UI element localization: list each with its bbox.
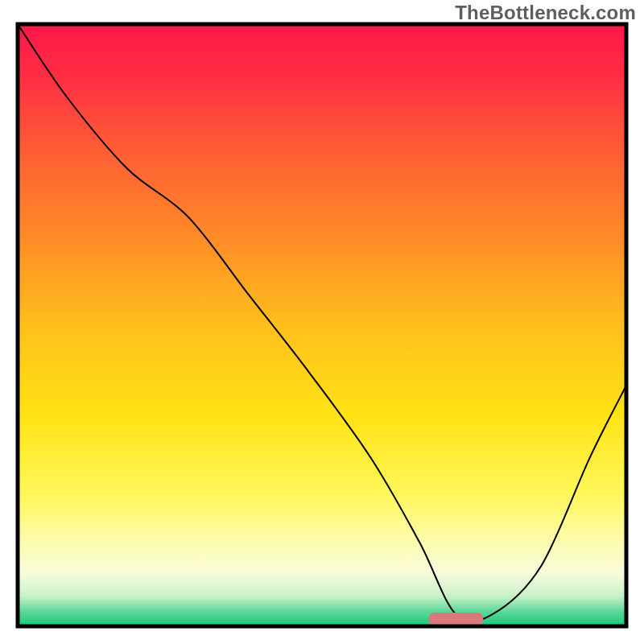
attribution-text: TheBottleneck.com [455,2,636,24]
gradient-background [18,24,626,626]
bottleneck-chart [0,0,644,644]
optimal-range-marker [428,613,483,626]
